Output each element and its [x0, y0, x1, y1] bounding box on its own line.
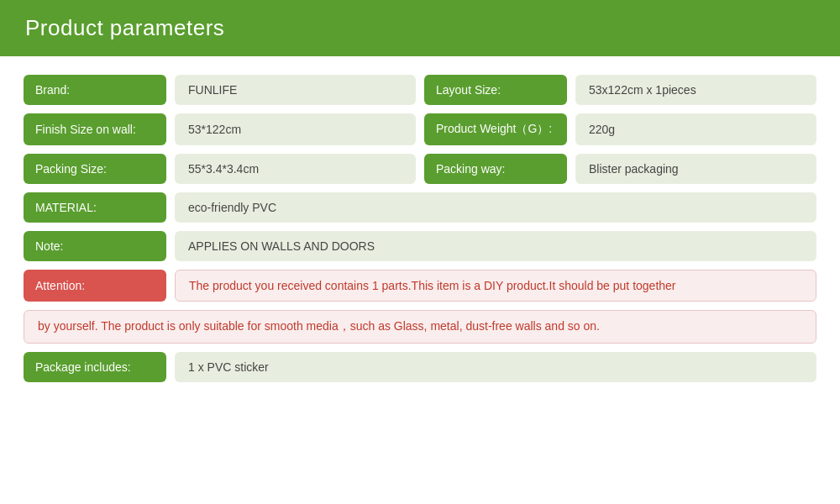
package-label: Package includes: — [24, 352, 166, 382]
weight-label: Product Weight（G）: — [424, 113, 567, 145]
note-row: Note: APPLIES ON WALLS AND DOORS — [24, 231, 816, 261]
attention-label: Attention: — [24, 270, 166, 302]
brand-layout-row: Brand: FUNLIFE Layout Size: 53x122cm x 1… — [24, 75, 816, 105]
finish-label: Finish Size on wall: — [24, 113, 166, 145]
finish-weight-row: Finish Size on wall: 53*122cm Product We… — [24, 113, 816, 145]
packing-way-value: Blister packaging — [575, 154, 816, 184]
packing-size-label: Packing Size: — [24, 154, 166, 184]
packing-way-pair: Packing way: Blister packaging — [424, 154, 816, 184]
content-area: Brand: FUNLIFE Layout Size: 53x122cm x 1… — [0, 56, 840, 401]
weight-value: 220g — [575, 113, 816, 145]
layout-value: 53x122cm x 1pieces — [575, 75, 816, 105]
note-label: Note: — [24, 231, 166, 261]
packing-row: Packing Size: 55*3.4*3.4cm Packing way: … — [24, 154, 816, 184]
weight-pair: Product Weight（G）: 220g — [424, 113, 816, 145]
layout-pair: Layout Size: 53x122cm x 1pieces — [424, 75, 816, 105]
brand-pair: Brand: FUNLIFE — [24, 75, 416, 105]
material-label: MATERIAL: — [24, 192, 166, 223]
attention-value-2: by yourself. The product is only suitabl… — [24, 310, 816, 344]
layout-label: Layout Size: — [424, 75, 567, 105]
brand-value: FUNLIFE — [175, 75, 416, 105]
material-row: MATERIAL: eco-friendly PVC — [24, 192, 816, 223]
finish-value: 53*122cm — [175, 113, 416, 145]
packing-size-pair: Packing Size: 55*3.4*3.4cm — [24, 154, 416, 184]
attention-value-1: The product you received contains 1 part… — [175, 270, 816, 302]
brand-label: Brand: — [24, 75, 166, 105]
page-header: Product parameters — [0, 0, 840, 56]
attention-row-1: Attention: The product you received cont… — [24, 270, 816, 302]
package-value: 1 x PVC sticker — [175, 352, 816, 382]
package-row: Package includes: 1 x PVC sticker — [24, 352, 816, 382]
packing-way-label: Packing way: — [424, 154, 567, 184]
material-value: eco-friendly PVC — [175, 192, 816, 223]
finish-pair: Finish Size on wall: 53*122cm — [24, 113, 416, 145]
page-title: Product parameters — [25, 15, 224, 40]
packing-size-value: 55*3.4*3.4cm — [175, 154, 416, 184]
note-value: APPLIES ON WALLS AND DOORS — [175, 231, 816, 261]
